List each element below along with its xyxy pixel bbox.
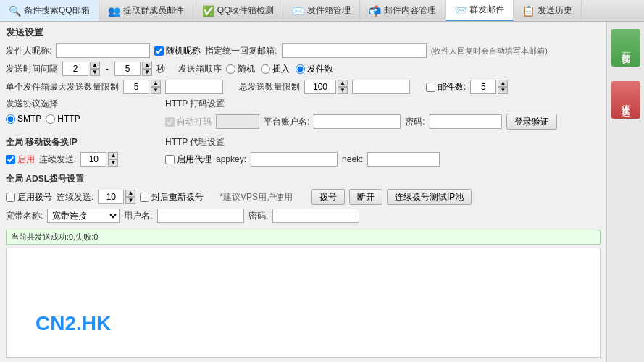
max-send-input[interactable] [123, 80, 149, 94]
http-radio[interactable] [46, 114, 55, 124]
auto-encode-label: 自动打码 [165, 116, 212, 128]
redial-checkbox[interactable] [140, 193, 149, 202]
interval-to-up[interactable]: ▲ [142, 62, 152, 69]
username-input[interactable] [157, 209, 244, 223]
brand-text: CN2.HK [35, 312, 111, 335]
nav-history[interactable]: 📋 发送历史 [514, 0, 582, 21]
max-send-up[interactable]: ▲ [151, 80, 161, 87]
continuous-dial-spinner: ▲ ▼ [98, 190, 135, 204]
password-input[interactable] [430, 114, 502, 129]
adsl-row1: 启用拨号 连续发送: ▲ ▼ 封后重新拨号 *建议VPS用户使用 拨号 断开 [6, 189, 601, 205]
ip-proxy-section: 全局 移动设备换IP 启用 连续发送: ▲ ▼ [6, 136, 601, 170]
enable-proxy-checkbox[interactable] [165, 155, 175, 164]
total-limit-up[interactable]: ▲ [338, 80, 348, 87]
total-limit-down[interactable]: ▼ [338, 87, 348, 94]
nav-check[interactable]: ✅ QQ收件箱检测 [193, 0, 284, 21]
continuous-send-down[interactable]: ▼ [108, 159, 118, 167]
adsl-title-row: 全局 ADSL拨号设置 [6, 173, 601, 185]
random-nickname-checkbox[interactable] [154, 46, 164, 56]
total-limit-extra-input[interactable] [352, 80, 410, 94]
interval-from-up[interactable]: ▲ [90, 62, 100, 69]
total-limit-label: 总发送数量限制 [239, 81, 300, 93]
protocol-row: 发送协议选择 [6, 98, 151, 110]
max-send-label: 单个发件箱最大发送数量限制 [6, 81, 119, 93]
continuous-dial-up[interactable]: ▲ [125, 190, 135, 197]
continuous-send-input[interactable] [80, 152, 106, 167]
interval-unit: 秒 [156, 63, 165, 75]
order-count-radio[interactable] [296, 64, 305, 74]
test-pool-btn[interactable]: 连续拨号测试IP池 [387, 189, 472, 205]
auto-encode-checkbox[interactable] [165, 117, 175, 127]
random-nickname-checkbox-label[interactable]: 随机昵称 [154, 45, 201, 57]
history-icon: 📋 [522, 5, 535, 17]
http-encode-label: HTTP 打码设置 [165, 98, 225, 110]
search-icon: 🔍 [9, 5, 21, 17]
single-count-input[interactable] [470, 80, 496, 94]
interval-from-input[interactable] [62, 62, 88, 76]
enable-dial-label[interactable]: 启用拨号 [6, 191, 52, 203]
sender-name-input[interactable] [56, 43, 150, 58]
enable-dial-checkbox[interactable] [6, 193, 15, 202]
username-label: 用户名: [124, 210, 152, 222]
interval-to-down[interactable]: ▼ [142, 69, 152, 76]
enable-proxy-label[interactable]: 启用代理 [165, 153, 212, 166]
smtp-radio[interactable] [6, 114, 15, 124]
http-encode-row: HTTP 打码设置 [165, 98, 601, 110]
max-send-extra-input[interactable] [165, 80, 223, 94]
login-btn[interactable]: 登录验证 [506, 114, 557, 130]
nav-content[interactable]: 📬 邮件内容管理 [360, 0, 446, 21]
dial-btn[interactable]: 拨号 [311, 189, 345, 205]
order-insert-label[interactable]: 插入 [261, 63, 290, 75]
neek-input[interactable] [367, 152, 440, 167]
continuous-dial-down[interactable]: ▼ [125, 197, 135, 204]
content-icon: 📬 [369, 5, 381, 17]
total-limit-input[interactable] [304, 80, 336, 94]
nav-group-send[interactable]: 📨 群发邮件 [446, 0, 514, 21]
global-ip-label: 全局 移动设备换IP [6, 136, 78, 148]
reply-to-label: 指定统一回复邮箱: [205, 45, 277, 57]
nav-outbox[interactable]: ✉️ 发件箱管理 [283, 0, 360, 21]
interval-from-spinner: ▲ ▼ [62, 62, 100, 76]
continuous-dial-input[interactable] [98, 190, 124, 204]
single-count-checkbox[interactable] [426, 83, 435, 92]
two-col-section: 发送协议选择 SMTP HTTP HTTP 打码设置 [6, 98, 601, 133]
single-count-up[interactable]: ▲ [498, 80, 508, 87]
broadband-select[interactable]: 宽带连接 [47, 209, 120, 223]
single-count-down[interactable]: ▼ [498, 87, 508, 94]
platform-input[interactable] [314, 114, 401, 129]
global-ip-row: 全局 移动设备换IP [6, 136, 151, 148]
interval-to-input[interactable] [114, 62, 141, 76]
enable-ip-checkbox[interactable] [6, 155, 15, 164]
order-count-label[interactable]: 发件数 [296, 63, 333, 75]
single-count-checkbox-label[interactable]: 邮件数: [426, 81, 466, 93]
interval-to-spinner: ▲ ▼ [114, 62, 152, 76]
max-send-down[interactable]: ▼ [151, 87, 161, 94]
start-send-btn[interactable]: 开始发送 [611, 29, 640, 67]
smtp-label[interactable]: SMTP [6, 114, 41, 124]
http-label[interactable]: HTTP [46, 114, 80, 124]
appkey-input[interactable] [251, 152, 338, 167]
nav-search[interactable]: 🔍 条件搜索QQ邮箱 [0, 0, 99, 21]
continuous-send-label: 连续发送: [39, 153, 76, 166]
reply-to-input[interactable] [282, 43, 427, 58]
order-random-label[interactable]: 随机 [226, 63, 255, 75]
continuous-dial-label: 连续发送: [57, 191, 93, 203]
password2-input[interactable] [272, 209, 359, 223]
right-sidebar: 开始发送 停止发送 [606, 22, 644, 362]
total-limit-spinner: ▲ ▼ [304, 80, 348, 94]
interval-from-down[interactable]: ▼ [90, 69, 100, 76]
stop-send-btn[interactable]: 停止发送 [611, 81, 640, 119]
enable-ip-label[interactable]: 启用 [6, 153, 35, 166]
nav-members[interactable]: 👥 提取群成员邮件 [99, 0, 193, 21]
protocol-radio-row: SMTP HTTP [6, 114, 151, 124]
max-send-spinner: ▲ ▼ [123, 80, 161, 94]
redial-label[interactable]: 封后重新拨号 [140, 191, 204, 203]
http-encode-col: HTTP 打码设置 自动打码 平台账户名: 密码: 登录验证 [165, 98, 601, 133]
auto-encode-input[interactable] [216, 114, 259, 129]
disconnect-btn[interactable]: 断开 [349, 189, 382, 205]
interval-row: 发送时间间隔 ▲ ▼ - ▲ ▼ 秒 发送箱顺序 [6, 62, 601, 76]
sender-name-label: 发件人昵称: [6, 45, 51, 57]
continuous-send-up[interactable]: ▲ [108, 152, 118, 159]
order-insert-radio[interactable] [261, 64, 270, 74]
order-random-radio[interactable] [226, 64, 235, 74]
